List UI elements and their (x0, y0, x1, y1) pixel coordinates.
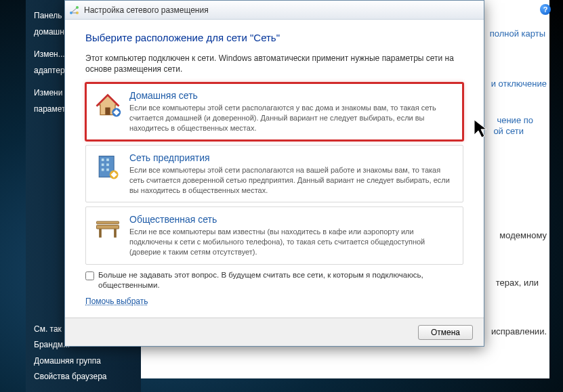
network-location-dialog: Настройка сетевого размещения Выберите р… (64, 0, 484, 347)
svg-rect-15 (99, 229, 102, 238)
svg-rect-13 (97, 225, 119, 230)
dont-ask-checkbox-row[interactable]: Больше не задавать этот вопрос. В будуще… (85, 270, 463, 291)
svg-rect-14 (97, 221, 119, 224)
svg-rect-10 (102, 169, 104, 171)
intro-text: Этот компьютер подключен к сети. Windows… (85, 53, 463, 74)
link-conn[interactable]: ой сети (493, 126, 524, 136)
sidebar-bottom-link[interactable]: Домашняя группа (26, 353, 141, 370)
home-icon (93, 90, 123, 120)
titlebar: Настройка сетевого размещения (65, 1, 484, 20)
page-heading: Выберите расположение для сети "Сеть" (85, 32, 463, 43)
checkbox-label: Больше не задавать этот вопрос. В будуще… (98, 270, 463, 291)
option-title: Общественная сеть (129, 214, 456, 225)
office-icon (93, 152, 123, 182)
bg-text: модемному (499, 230, 547, 240)
svg-rect-7 (106, 158, 109, 161)
bg-text: исправлении. (491, 326, 547, 336)
help-choose-link[interactable]: Помочь выбрать (85, 297, 148, 306)
svg-rect-8 (102, 163, 104, 166)
option-title: Сеть предприятия (129, 152, 456, 163)
bench-icon (93, 214, 123, 244)
network-app-icon (69, 5, 80, 16)
option-description: Если не все компьютеры вам известны (вы … (129, 227, 456, 257)
option-home-network[interactable]: Домашняя сеть Если все компьютеры этой с… (85, 83, 463, 141)
dialog-title: Настройка сетевого размещения (84, 5, 209, 15)
help-icon[interactable]: ? (540, 4, 551, 15)
svg-rect-16 (114, 229, 117, 238)
dialog-body: Выберите расположение для сети "Сеть" Эт… (65, 20, 484, 318)
dont-ask-checkbox[interactable] (85, 271, 94, 280)
bg-text: терах, или (496, 278, 539, 288)
option-description: Если все компьютеры этой сети располагаю… (129, 165, 456, 196)
dialog-footer: Отмена (65, 318, 484, 346)
option-public-network[interactable]: Общественная сеть Если не все компьютеры… (85, 206, 463, 265)
sidebar-bottom-link[interactable]: Свойства браузера (26, 369, 141, 385)
option-work-network[interactable]: Сеть предприятия Если все компьютеры это… (85, 145, 463, 203)
option-title: Домашняя сеть (129, 90, 456, 101)
svg-rect-11 (106, 169, 109, 171)
link-disable[interactable]: и отключение (491, 79, 547, 89)
link-full-map[interactable]: полной карты (490, 28, 545, 39)
link-conn[interactable]: чение по (497, 115, 533, 125)
svg-rect-9 (106, 163, 109, 166)
option-description: Если все компьютеры этой сети располагаю… (129, 103, 456, 133)
cancel-button[interactable]: Отмена (418, 325, 473, 340)
svg-rect-3 (105, 108, 110, 115)
svg-rect-6 (102, 158, 104, 161)
